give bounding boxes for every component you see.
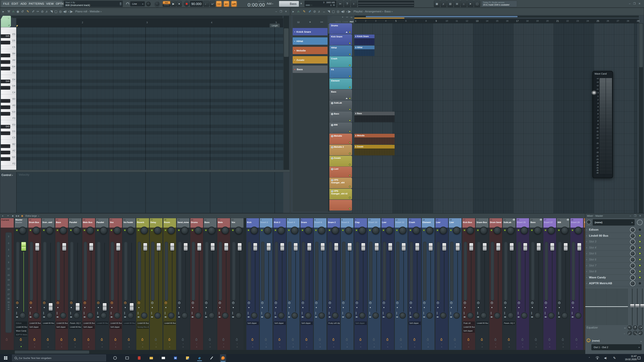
track-bass[interactable]: Bass... [330, 89, 352, 100]
playlist-hscrollbar[interactable] [354, 15, 639, 17]
track-hihat[interactable]: HiHat... [330, 45, 352, 56]
mixer-strip-82-melo[interactable]: 82Melo▲▼◀▶⌃▲ [217, 218, 230, 350]
piano-key-G#2[interactable] [1, 151, 10, 154]
mixer-strip-13-crash[interactable]: 13Crash▲▼◀▶Soft clipper⌃▲ [408, 218, 421, 350]
eq-knob-4[interactable] [633, 331, 637, 335]
piano-roll-hscrollbar[interactable]: ‹ [11, 16, 283, 18]
countdown-button[interactable]: 3.2 [216, 1, 222, 7]
pattern-knick-snare[interactable]: •Knick Snare [293, 28, 328, 35]
step-edit-button[interactable]: ш+ [224, 1, 229, 7]
control-label[interactable]: Control ▸ [2, 173, 13, 177]
mixer-strip-10-insert-10[interactable]: 10Insert 10▲▼◀▶⌃▲ [368, 218, 380, 350]
mixer-strip-current[interactable]: Current303691215182124273033363942 [1, 218, 14, 350]
piano-key-A#3[interactable] [1, 99, 10, 103]
mixer-strip-2-insert-2[interactable]: 2Insert 2▲▼◀▶⌃▲ [260, 218, 272, 350]
eq-knob-1[interactable] [633, 326, 637, 330]
track-vps-avenger-x64[interactable]: ❙VPS Avenger_x64... [330, 178, 352, 188]
pat-song-toggle[interactable]: PAT SONG [163, 1, 170, 7]
taskbar-task-view[interactable] [124, 355, 130, 361]
track-zusatz[interactable]: ❙Zusatz... [330, 156, 352, 166]
taskbar-word[interactable]: W [172, 355, 178, 361]
mixer-strip-7-snare-2[interactable]: 7Snare 2▲▼◀▶Fruity soft clipper⌃▲ [327, 218, 340, 350]
fx-slot-adptr-metricab[interactable]: ▸ADPTR MetricAB [585, 281, 644, 286]
piano-key-G#4[interactable] [1, 60, 10, 64]
mixer-strip-20-drum-ralell[interactable]: 20Drum ..ralell▲▼◀▶Lindell 80 Bus⌃▲ [42, 218, 54, 350]
mixer-strip-78-room[interactable]: 78Room▲▼◀▶Lindell 80 Bus⌃▲ [163, 218, 176, 350]
mixer-strip-19-drum-bus[interactable]: 19Drum Bus▲▼◀▶Lindell 80 BusSoft clipper… [28, 218, 41, 350]
track-808[interactable]: ❙808... [330, 122, 352, 133]
panel-button-3[interactable]: ‖‖ [454, 1, 460, 7]
notification-center-icon[interactable] [636, 355, 642, 361]
mixer-strip-5-snare[interactable]: 5Snare▲▼◀▶Soft clipper⌃▲ [300, 218, 313, 350]
taskbar-edge[interactable]: e [196, 355, 202, 361]
fx-slot-slot-8[interactable]: ▸Slot 8 [585, 269, 644, 275]
wave-candy-window[interactable]: Wave Cand +4+3+2+10-1-2-3-4-5-6-7-8-9-10… [592, 71, 613, 178]
track-unnamed[interactable]: ... [330, 200, 352, 211]
snap-selector[interactable]: Line ▸ [130, 1, 145, 6]
track-bass[interactable]: ❙Bass... [330, 111, 352, 122]
pattern-melodie[interactable]: •Melodie [293, 47, 328, 54]
eq-fader-2[interactable] [640, 304, 644, 307]
eq-fader-0[interactable] [630, 304, 634, 307]
mixer-strip-1-kick[interactable]: 1Kick▲▼◀▶Soft clipper⌃▲ [246, 218, 259, 350]
piano-key-A#2[interactable] [1, 144, 10, 148]
metronome-button[interactable]: ♩ [204, 1, 209, 7]
menu-patterns[interactable]: PATTERNS [29, 2, 44, 5]
mixer-strip-79-send-mme[interactable]: 79Send..mme▲▼◀▶⌃▲ [177, 218, 190, 350]
mixer-strip-27-insert-27[interactable]: 27Insert 27▲▼◀▶⌃▲ [544, 218, 556, 350]
pattern-add-button[interactable]: + [300, 2, 302, 5]
mixer-strip-3-kick-2[interactable]: 3Kick 2▲▼◀▶Soft clipper⌃▲ [273, 218, 286, 350]
piano-roll-toolbar[interactable]: ▸ ⚒ ∩ ◉ ↺ ✎ ✐ ✑ ⊘ ♬ ◥ ▢ ◎ ◀‖ ◁▶ Piano ro… [0, 8, 290, 15]
time-display[interactable]: M:S:CS0:00:00 [241, 0, 265, 7]
mixer-strip-28-808[interactable]: 28❙808▲▼◀▶⌃▲ [557, 218, 570, 350]
picker-audio-icon[interactable]: ✦ [309, 20, 311, 24]
track-fx[interactable]: FX... [330, 67, 352, 78]
playlist-vscrollbar[interactable] [639, 23, 643, 217]
piano-roll-splitter[interactable] [0, 170, 290, 172]
app-window-buttons[interactable]: – ❐ ✕ [629, 2, 642, 5]
mixer-toolbar[interactable]: ▸ ✑ ◆ ▶◀ ▣ Extra large ▸ [0, 214, 585, 218]
main-volume-knob[interactable] [154, 1, 160, 7]
mixer-strip-14-element[interactable]: 14Element▲▼◀▶⌃▲ [422, 218, 434, 350]
record-button[interactable] [184, 1, 190, 7]
track-last[interactable]: ❙Last... [330, 167, 352, 177]
fx-slot-edison[interactable]: ▸Edison [585, 227, 644, 233]
headphone-icon[interactable] [126, 2, 129, 4]
bpm-display[interactable]: 90.000 [190, 1, 203, 7]
menu-edit[interactable]: EDIT [12, 2, 18, 5]
tray-chevron-icon[interactable]: ⌃ [586, 355, 592, 361]
pen-icon[interactable]: ✎ [612, 355, 618, 361]
track-sublab[interactable]: ❙SubLab... [330, 100, 352, 111]
track-crash[interactable]: Crash... [330, 56, 352, 67]
piano-roll-ruler[interactable]: 2345 [16, 18, 283, 27]
piano-key-C#5[interactable] [1, 41, 10, 44]
taskbar-cortana[interactable] [112, 355, 118, 361]
panel-button-4[interactable]: ⌂ [461, 1, 467, 7]
mixer-strip-17-kick-bus[interactable]: 17Kick Bus▲▼◀▶Peak ctrlLindell 80 BusSof… [462, 218, 475, 350]
mixer-strip-77-delay[interactable]: 77Delay▲▼◀▶⌃▲ [150, 218, 162, 350]
mixer-strip-30-melo-bus[interactable]: 30Melo Bus▲▼◀▶Lindell 80 BusSoft clipper… [82, 218, 95, 350]
mixer-strip-18-snare-bus[interactable]: 18Snare Bus▲▼◀▶Lindell 80 Bus⌃▲ [476, 218, 488, 350]
track-drums[interactable]: Drums... [330, 23, 352, 34]
piano-key-C#4[interactable] [1, 86, 10, 90]
mixer-strip-23-parallel[interactable]: 23Parallel▲▼◀▶Param. EQ 2Lindell 80 Bus⌃… [69, 218, 82, 350]
slide-tool-button[interactable]: ⊦ [351, 1, 357, 7]
start-button[interactable] [3, 355, 9, 361]
fx-slot-wave-candy[interactable]: ▸Wave Candy [585, 275, 644, 281]
piano-key-D#3[interactable]: D#3 [1, 125, 10, 129]
mixer-strip-26-bass[interactable]: 26❙Bass▲▼◀▶⌃▲ [530, 218, 542, 350]
output-selector[interactable]: Out 1 - Out 2▸ [591, 344, 642, 350]
panel-button-0[interactable]: ▦ [434, 1, 440, 7]
mixer-strip-11-leer[interactable]: 11Leer▲▼◀▶⌃▲ [381, 218, 394, 350]
velocity-pane[interactable] [16, 172, 283, 213]
taskbar-clock[interactable]: 11:47 19.02.2020 [625, 355, 636, 361]
volume-icon[interactable]: ◀) [602, 355, 608, 361]
playlist-ruler[interactable]: 1234567891011121314151617181920212223242… [354, 18, 639, 23]
clip-knick-snare[interactable]: ∨ Knick Snare [354, 34, 374, 45]
clip-hihat[interactable]: ∨ HiHat [354, 45, 374, 56]
mixer-strip-31-parallel[interactable]: 31Parallel▲▼◀▶Lindell 80 Bus⌃▲ [96, 218, 108, 350]
mixer-strip-81-bass[interactable]: 81Bass▲▼◀▶⌃▲ [204, 218, 216, 350]
eq-knob-5[interactable] [638, 331, 643, 335]
view-toggle-buttons[interactable]: ▦♬▤‖‖⌂➤▢ [434, 1, 481, 7]
piano-roll-pan-widget[interactable]: ∿◢ [1, 16, 11, 27]
